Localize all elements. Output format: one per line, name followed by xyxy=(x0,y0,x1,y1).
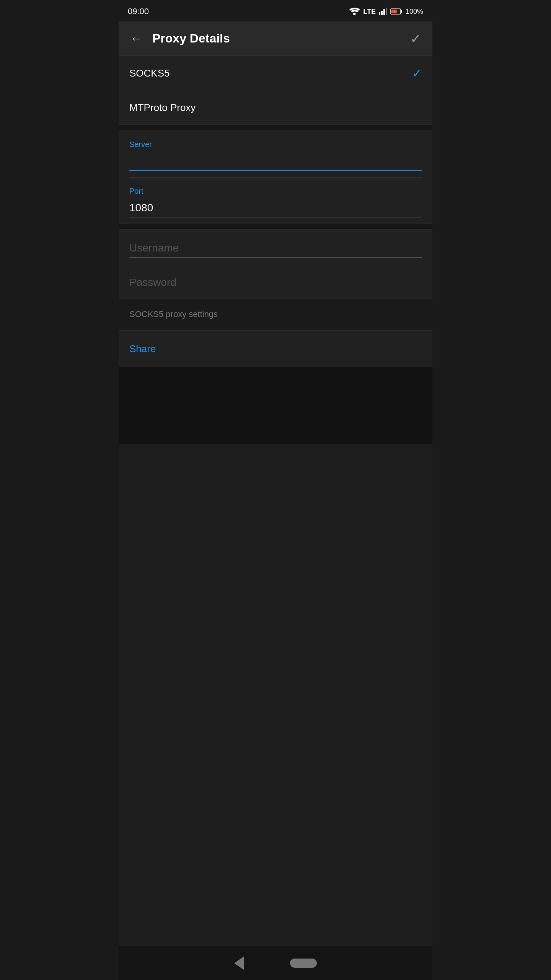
status-time: 09:00 xyxy=(128,7,149,16)
section-divider-2 xyxy=(119,224,432,230)
server-label: Server xyxy=(129,140,422,149)
toolbar: ← Proxy Details ✓ xyxy=(119,21,432,56)
share-section[interactable]: Share xyxy=(119,330,432,367)
nav-back-icon xyxy=(234,956,244,970)
back-button[interactable]: ← xyxy=(126,28,146,49)
section-divider xyxy=(119,125,432,131)
lte-indicator: LTE xyxy=(363,8,376,16)
page-title: Proxy Details xyxy=(152,31,230,46)
port-field: Port xyxy=(129,178,422,224)
username-input[interactable] xyxy=(129,239,422,258)
password-field xyxy=(129,264,422,298)
username-field xyxy=(129,230,422,264)
proxy-type-socks5[interactable]: SOCKS5 ✓ xyxy=(119,56,432,91)
server-field: Server xyxy=(129,131,422,178)
server-input[interactable] xyxy=(129,152,422,171)
form-section: Server Port xyxy=(119,131,432,224)
svg-rect-1 xyxy=(381,11,383,15)
wifi-icon xyxy=(349,8,360,15)
socks5-selected-icon: ✓ xyxy=(412,67,422,80)
battery-icon xyxy=(390,8,403,15)
info-text: SOCKS5 proxy settings xyxy=(129,309,218,319)
svg-rect-3 xyxy=(386,8,387,15)
nav-bar xyxy=(119,946,432,980)
socks5-label: SOCKS5 xyxy=(129,67,170,79)
info-section: SOCKS5 proxy settings xyxy=(119,298,432,330)
status-bar: 09:00 LTE 100% xyxy=(119,0,432,21)
signal-icon xyxy=(379,8,387,15)
password-input[interactable] xyxy=(129,273,422,292)
port-label: Port xyxy=(129,187,422,196)
mtproto-label: MTProto Proxy xyxy=(129,102,196,114)
empty-space xyxy=(119,367,432,444)
proxy-type-mtproto[interactable]: MTProto Proxy xyxy=(119,91,432,125)
share-label: Share xyxy=(129,343,156,354)
svg-rect-5 xyxy=(401,10,402,13)
status-icons: LTE 100% xyxy=(349,8,423,16)
nav-home-button[interactable] xyxy=(290,959,317,968)
credentials-section xyxy=(119,230,432,298)
svg-rect-0 xyxy=(379,12,380,15)
content-area: SOCKS5 ✓ MTProto Proxy Server Port xyxy=(119,56,432,946)
confirm-button[interactable]: ✓ xyxy=(406,27,425,50)
battery-percent: 100% xyxy=(406,8,423,16)
toolbar-left: ← Proxy Details xyxy=(126,28,230,49)
nav-back-button[interactable] xyxy=(234,956,244,970)
port-input[interactable] xyxy=(129,199,422,217)
svg-rect-2 xyxy=(383,9,385,15)
